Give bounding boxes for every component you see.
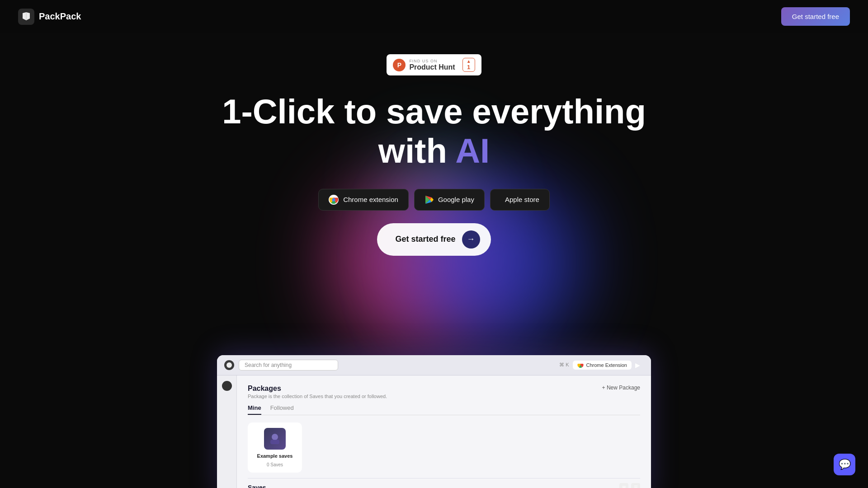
app-main: Packages Package is the collection of Sa… <box>237 375 651 488</box>
window-chrome: Search for anything ⌘ K Chrome Extens <box>217 355 651 375</box>
package-count: 0 Saves <box>267 462 283 467</box>
chrome-extension-button[interactable]: Chrome extension <box>318 189 409 211</box>
package-card[interactable]: Example saves 0 Saves <box>248 422 302 473</box>
chat-bubble-icon: 💬 <box>839 459 851 470</box>
search-placeholder: Search for anything <box>245 362 292 368</box>
gplay-icon-sm: ▶ <box>635 361 640 369</box>
apple-store-label: Apple store <box>505 196 539 203</box>
hero-section: P FIND US ON Product Hunt ▲ 1 1-Click to… <box>0 0 868 488</box>
ph-logo-icon: P <box>393 59 406 71</box>
app-content: Packages Package is the collection of Sa… <box>217 375 651 488</box>
window-right: ⌘ K Chrome Extension ▶ <box>559 361 644 370</box>
app-sidebar <box>217 375 237 488</box>
headline-line1: 1-Click to save everything <box>222 92 646 131</box>
packages-tabs: Mine Followed <box>248 404 640 415</box>
ph-upvote-badge: ▲ 1 <box>462 58 475 72</box>
packages-title: Packages <box>248 385 387 393</box>
tab-followed[interactable]: Followed <box>270 404 294 415</box>
ext-badge-label: Chrome Extension <box>586 362 627 368</box>
saves-icons: ⊞ ☰ <box>619 483 640 488</box>
svg-rect-12 <box>270 440 279 444</box>
logo-area: PackPack <box>18 9 81 25</box>
packages-title-area: Packages Package is the collection of Sa… <box>248 385 387 399</box>
get-started-hero-button[interactable]: Get started free → <box>377 223 491 256</box>
google-play-icon <box>425 195 434 204</box>
saves-section: Saves ⊞ ☰ <box>248 478 640 488</box>
chrome-icon <box>329 195 339 205</box>
ext-chrome-icon <box>577 362 584 368</box>
shortcut-hint: ⌘ K <box>559 362 569 368</box>
new-package-button[interactable]: + New Package <box>602 385 640 391</box>
get-started-nav-button[interactable]: Get started free <box>781 7 850 26</box>
ph-title: Product Hunt <box>409 63 455 71</box>
google-play-button[interactable]: Google play <box>414 189 485 211</box>
navbar: PackPack Get started free <box>0 0 868 33</box>
get-started-hero-label: Get started free <box>395 235 455 244</box>
sidebar-icon[interactable] <box>222 381 232 391</box>
window-left: Search for anything <box>224 360 338 371</box>
tab-mine[interactable]: Mine <box>248 404 261 415</box>
arrow-circle-icon: → <box>462 230 480 249</box>
google-play-label: Google play <box>438 196 474 203</box>
svg-point-3 <box>332 198 335 201</box>
package-name: Example saves <box>257 453 293 459</box>
search-input[interactable]: Search for anything <box>239 360 338 371</box>
ext-badge: Chrome Extension <box>573 361 632 370</box>
svg-point-11 <box>272 434 278 440</box>
ph-text-area: FIND US ON Product Hunt <box>409 59 455 71</box>
logo-text: PackPack <box>39 11 81 22</box>
saves-grid-icon[interactable]: ⊞ <box>619 483 628 488</box>
packpack-logo-icon <box>18 9 34 25</box>
packages-subtitle: Package is the collection of Saves that … <box>248 394 387 399</box>
svg-point-8 <box>226 362 232 368</box>
headline-line2: with <box>378 131 455 170</box>
apple-store-button[interactable]: Apple store <box>490 189 550 211</box>
ph-upvote-count: 1 <box>467 64 470 70</box>
saves-header: Saves ⊞ ☰ <box>248 483 640 488</box>
headline-ai: AI <box>455 131 490 170</box>
store-buttons-group: Chrome extension Google play Apple store <box>318 189 550 211</box>
ph-find-us-label: FIND US ON <box>409 59 455 63</box>
chrome-extension-label: Chrome extension <box>343 196 398 203</box>
package-thumbnail <box>264 428 286 450</box>
hero-headline: 1-Click to save everything with AI <box>222 92 646 171</box>
product-hunt-badge[interactable]: P FIND US ON Product Hunt ▲ 1 <box>387 54 481 75</box>
packages-header: Packages Package is the collection of Sa… <box>248 385 640 399</box>
app-window: Search for anything ⌘ K Chrome Extens <box>217 355 651 488</box>
screenshot-section: Search for anything ⌘ K Chrome Extens <box>0 355 868 488</box>
saves-title: Saves <box>248 484 266 488</box>
app-icon-small <box>224 360 234 370</box>
chat-bubble-button[interactable]: 💬 <box>834 454 855 475</box>
saves-list-icon[interactable]: ☰ <box>631 483 640 488</box>
ph-arrow-icon: ▲ <box>467 59 471 64</box>
